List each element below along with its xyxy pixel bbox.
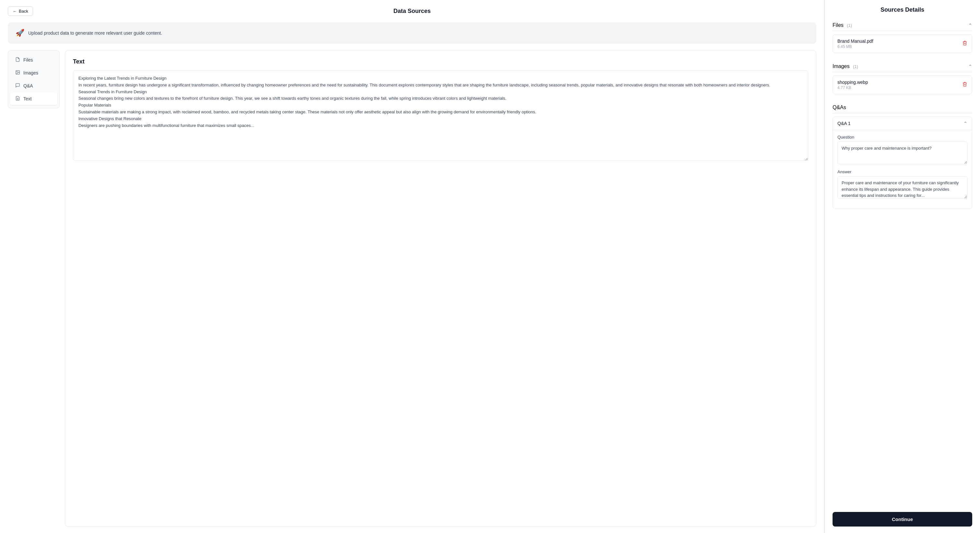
- files-nav-icon: [15, 57, 20, 63]
- files-section: Files (1) ⌃ Brand Manual.pdf 6.45 MB: [832, 20, 972, 56]
- sidebar-item-files[interactable]: Files: [10, 54, 57, 66]
- qa-accordion-header[interactable]: Q&A 1 ⌃: [833, 117, 972, 130]
- delete-file-icon[interactable]: [962, 40, 967, 47]
- files-section-header-text: Files (1): [832, 22, 852, 28]
- qas-section: Q&As Q&A 1 ⌃ Question Answer: [832, 102, 972, 209]
- question-group: Question: [837, 135, 967, 165]
- images-label: Images: [832, 63, 850, 69]
- text-nav-label: Text: [23, 96, 32, 102]
- image-size: 4.77 KB: [837, 86, 868, 90]
- qa-nav-icon: [15, 83, 20, 89]
- delete-image-icon[interactable]: [962, 82, 967, 88]
- rocket-icon: 🚀: [16, 29, 24, 37]
- images-chevron-icon: ⌃: [968, 64, 972, 69]
- upload-banner: 🚀 Upload product data to generate more r…: [8, 22, 816, 44]
- image-name: shopping.webp: [837, 80, 868, 85]
- answer-textarea[interactable]: [837, 176, 967, 199]
- files-label: Files: [832, 22, 843, 28]
- file-item-brand-manual: Brand Manual.pdf 6.45 MB: [832, 34, 972, 53]
- qa-accordion-body: Question Answer: [833, 130, 972, 209]
- page-title: Data Sources: [393, 8, 431, 14]
- question-textarea[interactable]: [837, 141, 967, 164]
- text-nav-icon: [15, 96, 20, 102]
- images-count: (1): [853, 64, 858, 69]
- answer-label: Answer: [837, 169, 967, 174]
- sidebar-nav: Files Images Q&A Text: [8, 50, 60, 108]
- files-nav-label: Files: [23, 57, 33, 62]
- left-panel: ← Back Data Sources 🚀 Upload product dat…: [0, 0, 824, 533]
- qas-section-header: Q&As: [832, 102, 972, 113]
- right-panel: Sources Details Files (1) ⌃ Brand Manual…: [824, 0, 980, 533]
- image-info: shopping.webp 4.77 KB: [837, 80, 868, 90]
- files-count: (1): [847, 23, 852, 28]
- answer-group: Answer: [837, 169, 967, 200]
- sources-details-title: Sources Details: [832, 6, 972, 13]
- question-label: Question: [837, 135, 967, 140]
- continue-button[interactable]: Continue: [832, 512, 972, 527]
- text-content-textarea[interactable]: [73, 70, 808, 161]
- qa-accordion-label: Q&A 1: [837, 121, 850, 126]
- back-button[interactable]: ← Back: [8, 6, 33, 16]
- qa-chevron-icon: ⌃: [964, 121, 967, 126]
- back-label: Back: [19, 9, 28, 14]
- header: ← Back Data Sources: [8, 6, 816, 16]
- main-card: Text: [65, 50, 816, 527]
- file-item-shopping: shopping.webp 4.77 KB: [832, 75, 972, 94]
- images-section-header[interactable]: Images (1) ⌃: [832, 61, 972, 72]
- back-arrow-icon: ←: [13, 9, 17, 14]
- files-chevron-icon: ⌃: [968, 23, 972, 28]
- qa-accordion: Q&A 1 ⌃ Question Answer: [832, 117, 972, 209]
- images-nav-label: Images: [23, 70, 38, 75]
- svg-point-1: [16, 71, 17, 72]
- qas-label: Q&As: [832, 105, 846, 110]
- text-section-title: Text: [73, 58, 808, 65]
- sidebar-item-text[interactable]: Text: [10, 93, 57, 105]
- content-area: Files Images Q&A Text: [8, 50, 816, 527]
- qa-nav-label: Q&A: [23, 83, 33, 89]
- file-size: 6.45 MB: [837, 44, 873, 49]
- images-nav-icon: [15, 70, 20, 76]
- files-section-header[interactable]: Files (1) ⌃: [832, 20, 972, 31]
- upload-banner-text: Upload product data to generate more rel…: [28, 30, 162, 36]
- images-section: Images (1) ⌃ shopping.webp 4.77 KB: [832, 61, 972, 97]
- sidebar-item-qa[interactable]: Q&A: [10, 80, 57, 92]
- file-info: Brand Manual.pdf 6.45 MB: [837, 38, 873, 49]
- sidebar-item-images[interactable]: Images: [10, 67, 57, 79]
- file-name: Brand Manual.pdf: [837, 38, 873, 44]
- images-section-header-text: Images (1): [832, 63, 858, 69]
